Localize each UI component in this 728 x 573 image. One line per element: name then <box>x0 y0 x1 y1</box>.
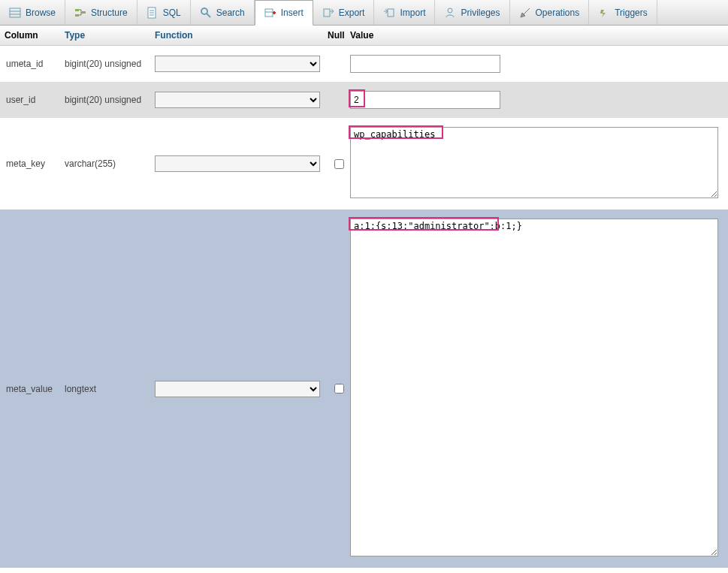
svg-line-11 <box>207 14 210 17</box>
tab-browse[interactable]: Browse <box>0 0 65 25</box>
row-meta-key: meta_key varchar(255) <box>0 118 728 210</box>
tab-label: Insert <box>281 8 304 18</box>
svg-rect-3 <box>75 9 79 11</box>
svg-point-10 <box>201 8 207 14</box>
header-null: Null <box>323 26 346 45</box>
value-textarea-meta-key[interactable] <box>350 127 718 198</box>
value-input-user-id[interactable] <box>350 91 500 109</box>
row-meta-value: meta_value longtext <box>0 210 728 568</box>
tab-label: Triggers <box>615 8 648 18</box>
operations-icon <box>519 7 531 19</box>
tab-structure[interactable]: Structure <box>65 0 137 25</box>
function-select-meta-value[interactable] <box>155 381 320 397</box>
svg-rect-17 <box>388 9 394 17</box>
svg-point-18 <box>448 8 452 13</box>
column-name: umeta_id <box>5 59 65 69</box>
row-umeta-id: umeta_id bigint(20) unsigned <box>0 46 728 82</box>
tab-triggers[interactable]: Triggers <box>589 0 657 25</box>
column-type: longtext <box>65 384 155 394</box>
tab-label: Privileges <box>461 8 500 18</box>
header-value: Value <box>346 26 728 45</box>
tab-label: Search <box>216 8 245 18</box>
tab-bar: Browse Structure SQL Search Insert Expor… <box>0 0 728 26</box>
export-icon <box>322 7 334 19</box>
insert-icon <box>264 7 276 19</box>
header-type[interactable]: Type <box>60 26 150 45</box>
svg-rect-5 <box>82 11 86 14</box>
tab-export[interactable]: Export <box>313 0 375 25</box>
column-name: meta_value <box>5 384 65 394</box>
function-select-meta-key[interactable] <box>155 155 320 172</box>
tab-insert[interactable]: Insert <box>255 0 313 26</box>
import-icon <box>383 7 395 19</box>
tab-privileges[interactable]: Privileges <box>435 0 509 25</box>
svg-rect-4 <box>75 14 79 17</box>
column-headers: Column Type Function Null Value <box>0 26 728 46</box>
svg-rect-0 <box>10 8 20 17</box>
svg-rect-16 <box>324 9 330 17</box>
search-icon <box>200 7 212 19</box>
row-user-id: user_id bigint(20) unsigned <box>0 82 728 118</box>
column-type: bigint(20) unsigned <box>65 59 155 69</box>
column-name: user_id <box>5 95 65 105</box>
tab-import[interactable]: Import <box>374 0 435 25</box>
svg-rect-12 <box>265 9 273 17</box>
tab-sql[interactable]: SQL <box>137 0 191 25</box>
tab-label: Export <box>339 8 365 18</box>
function-select-umeta-id[interactable] <box>155 56 320 72</box>
tab-operations[interactable]: Operations <box>510 0 590 25</box>
column-type: varchar(255) <box>65 158 155 169</box>
tab-label: Structure <box>91 8 128 18</box>
value-textarea-meta-value[interactable] <box>350 219 718 556</box>
column-name: meta_key <box>5 158 65 169</box>
tab-search[interactable]: Search <box>191 0 255 25</box>
browse-icon <box>9 7 21 19</box>
tab-label: Operations <box>536 8 580 18</box>
value-input-umeta-id[interactable] <box>350 55 500 73</box>
null-checkbox-meta-key[interactable] <box>334 159 344 169</box>
function-select-user-id[interactable] <box>155 92 320 108</box>
header-function[interactable]: Function <box>150 26 323 45</box>
null-checkbox-meta-value[interactable] <box>334 384 344 394</box>
structure-icon <box>74 7 86 19</box>
privileges-icon <box>444 7 456 19</box>
tab-label: Import <box>400 8 425 18</box>
triggers-icon <box>598 7 610 19</box>
header-column: Column <box>0 26 60 45</box>
tab-label: Browse <box>26 8 56 18</box>
column-type: bigint(20) unsigned <box>65 95 155 105</box>
tab-label: SQL <box>163 8 181 18</box>
sql-icon <box>147 7 159 19</box>
